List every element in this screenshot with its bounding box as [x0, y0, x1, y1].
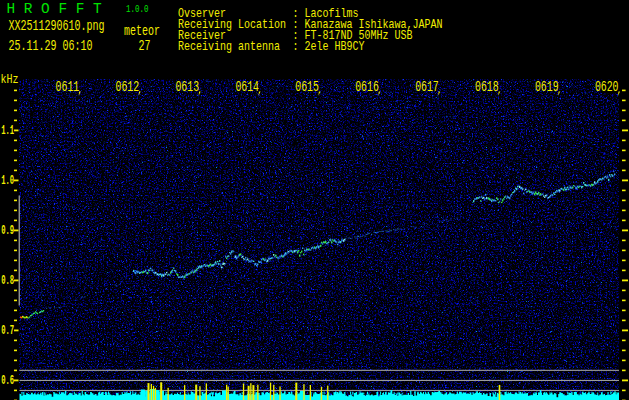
svg-text:XX2511290610.png: XX2511290610.png: [9, 18, 105, 34]
svg-text:0.9: 0.9: [1, 224, 14, 238]
svg-text:1.1: 1.1: [1, 124, 14, 138]
svg-text:1.0.0: 1.0.0: [126, 3, 149, 15]
svg-text:0.6: 0.6: [1, 374, 14, 388]
svg-text:2ele HB9CY: 2ele HB9CY: [305, 39, 365, 54]
svg-text:0614: 0614: [235, 79, 259, 95]
svg-text:27: 27: [139, 38, 151, 54]
svg-text:Receiving antenna: Receiving antenna: [178, 39, 280, 54]
svg-text:0619: 0619: [535, 79, 559, 95]
svg-text:H R O F F T: H R O F F T: [7, 0, 102, 18]
svg-text:0620: 0620: [595, 79, 619, 95]
svg-text:0.8: 0.8: [1, 274, 14, 288]
svg-text:25.11.29 06:10: 25.11.29 06:10: [9, 38, 93, 54]
svg-text:0613: 0613: [175, 79, 199, 95]
svg-text::: :: [293, 39, 299, 54]
svg-text:kHz: kHz: [1, 73, 19, 87]
svg-text:0.7: 0.7: [1, 324, 14, 338]
svg-text:0618: 0618: [475, 79, 499, 95]
svg-text:1.0: 1.0: [1, 174, 14, 188]
svg-text:0615: 0615: [295, 79, 319, 95]
svg-text:0611: 0611: [56, 79, 80, 95]
svg-text:0612: 0612: [116, 79, 140, 95]
svg-text:0617: 0617: [415, 79, 439, 95]
svg-text:0616: 0616: [355, 79, 379, 95]
